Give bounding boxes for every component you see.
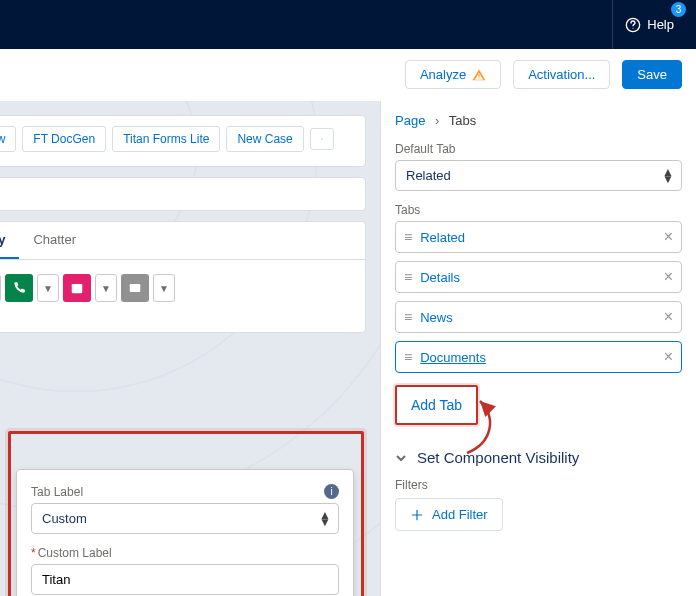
tab-row-details[interactable]: ≡ Details × bbox=[395, 261, 682, 293]
tab-row-documents[interactable]: ≡ Documents × bbox=[395, 341, 682, 373]
action-pill[interactable]: ow bbox=[0, 126, 16, 152]
custom-label-input[interactable] bbox=[31, 564, 339, 595]
drag-handle-icon[interactable]: ≡ bbox=[404, 269, 412, 285]
new-event-icon[interactable] bbox=[63, 274, 91, 302]
tab-label-popover: Tab Label i Custom ▲▼ *Custom Label Done bbox=[16, 469, 354, 596]
action-pill[interactable]: New Case bbox=[226, 126, 303, 152]
breadcrumb-page[interactable]: Page bbox=[395, 113, 425, 128]
activity-picker-caret[interactable]: ▼ bbox=[0, 274, 1, 302]
close-icon[interactable]: × bbox=[664, 268, 673, 286]
action-pill[interactable]: FT DocGen bbox=[22, 126, 106, 152]
help-menu[interactable]: Help 3 bbox=[612, 0, 686, 49]
add-tab-button[interactable]: Add Tab bbox=[397, 387, 476, 423]
tab-label[interactable]: Documents bbox=[420, 350, 663, 365]
add-filter-button[interactable]: Add Filter bbox=[395, 498, 503, 531]
highlights-panel: ow FT DocGen Titan Forms Lite New Case bbox=[0, 115, 366, 167]
preview-tab-activity[interactable]: vity bbox=[0, 222, 19, 259]
analyze-button[interactable]: Analyze bbox=[405, 60, 501, 89]
tabs-list-label: Tabs bbox=[395, 203, 682, 217]
info-icon[interactable]: i bbox=[324, 484, 339, 499]
default-tab-select[interactable]: Related bbox=[395, 160, 682, 191]
activation-button[interactable]: Activation... bbox=[513, 60, 610, 89]
svg-rect-2 bbox=[479, 73, 480, 76]
email-icon[interactable] bbox=[121, 274, 149, 302]
svg-point-1 bbox=[633, 27, 634, 28]
tab-row-news[interactable]: ≡ News × bbox=[395, 301, 682, 333]
svg-rect-3 bbox=[479, 77, 480, 78]
tab-label-field-label: Tab Label bbox=[31, 485, 83, 499]
breadcrumb-current: Tabs bbox=[449, 113, 476, 128]
tab-row-related[interactable]: ≡ Related × bbox=[395, 221, 682, 253]
set-component-visibility-header[interactable]: Set Component Visibility bbox=[395, 449, 682, 466]
chevron-down-icon bbox=[395, 452, 407, 464]
breadcrumb: Page › Tabs bbox=[395, 113, 682, 128]
help-badge: 3 bbox=[671, 2, 686, 17]
drag-handle-icon[interactable]: ≡ bbox=[404, 349, 412, 365]
save-button[interactable]: Save bbox=[622, 60, 682, 89]
tab-label[interactable]: Details bbox=[420, 270, 663, 285]
tab-label[interactable]: News bbox=[420, 310, 663, 325]
action-overflow[interactable] bbox=[310, 128, 334, 150]
properties-panel: Page › Tabs Default Tab Related ▲▼ Tabs … bbox=[380, 101, 696, 596]
help-label: Help bbox=[647, 17, 674, 32]
chevron-right-icon: › bbox=[435, 113, 439, 128]
warning-icon bbox=[472, 68, 486, 82]
drag-handle-icon[interactable]: ≡ bbox=[404, 309, 412, 325]
activity-picker-caret[interactable]: ▼ bbox=[95, 274, 117, 302]
custom-label-field-label: Custom Label bbox=[38, 546, 112, 560]
drag-handle-icon[interactable]: ≡ bbox=[404, 229, 412, 245]
filters-label: Filters bbox=[395, 478, 682, 492]
plus-icon bbox=[410, 508, 424, 522]
path-component[interactable] bbox=[0, 177, 366, 211]
preview-tab-chatter[interactable]: Chatter bbox=[19, 222, 90, 259]
activity-picker-caret[interactable]: ▼ bbox=[153, 274, 175, 302]
activity-picker-caret[interactable]: ▼ bbox=[37, 274, 59, 302]
close-icon[interactable]: × bbox=[664, 308, 673, 326]
svg-rect-5 bbox=[72, 284, 83, 286]
close-icon[interactable]: × bbox=[664, 348, 673, 366]
tab-label[interactable]: Related bbox=[420, 230, 663, 245]
close-icon[interactable]: × bbox=[664, 228, 673, 246]
tab-label-select[interactable]: Custom bbox=[31, 503, 339, 534]
analyze-label: Analyze bbox=[420, 67, 466, 82]
log-call-icon[interactable] bbox=[5, 274, 33, 302]
action-pill[interactable]: Titan Forms Lite bbox=[112, 126, 220, 152]
visibility-title: Set Component Visibility bbox=[417, 449, 579, 466]
layout-canvas[interactable]: ow FT DocGen Titan Forms Lite New Case v… bbox=[0, 101, 380, 596]
tabs-component-preview[interactable]: vity Chatter ▼ ▼ ▼ ▼ bbox=[0, 221, 366, 333]
question-icon bbox=[625, 17, 641, 33]
caret-down-icon bbox=[321, 134, 323, 144]
default-tab-label: Default Tab bbox=[395, 142, 682, 156]
